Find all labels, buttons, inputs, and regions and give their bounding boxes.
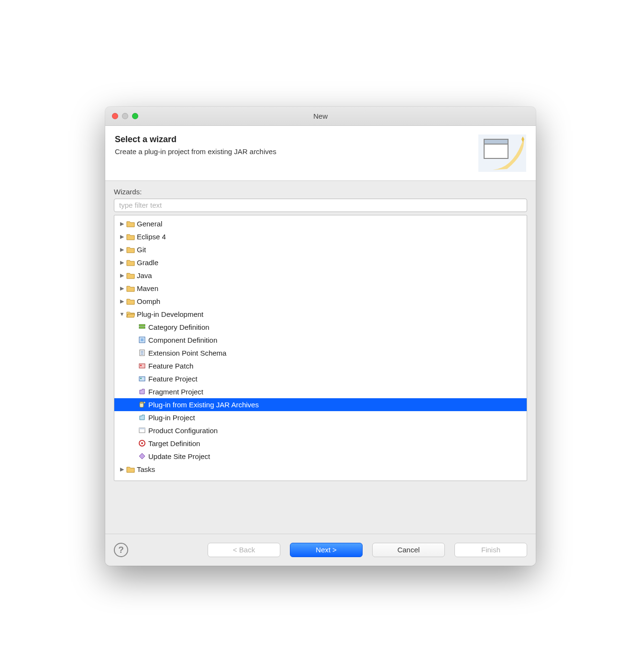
finish-button: Finish <box>454 543 527 557</box>
schema-icon <box>137 348 147 357</box>
wizard-title: Select a wizard <box>115 134 276 145</box>
feature-icon <box>137 374 147 383</box>
filter-label: Wizards: <box>114 188 527 196</box>
svg-rect-5 <box>139 327 145 328</box>
wizard-header: Select a wizard Create a plug-in project… <box>105 126 536 181</box>
folder-icon <box>126 297 135 305</box>
svg-rect-9 <box>139 364 145 368</box>
svg-marker-15 <box>144 402 145 403</box>
expand-toggle-icon[interactable]: ▶ <box>118 246 126 253</box>
tree-item-extension-point-schema[interactable]: Extension Point Schema <box>114 347 527 359</box>
tree-item-plugin-project[interactable]: Plug-in Project <box>114 411 527 424</box>
folder-icon <box>126 271 135 280</box>
svg-point-14 <box>140 402 144 403</box>
tree-item-target-definition[interactable]: Target Definition <box>114 437 527 450</box>
tree-item-feature-patch[interactable]: Feature Patch <box>114 359 527 372</box>
tree-item-java[interactable]: ▶ Java <box>114 269 527 282</box>
tree-item-git[interactable]: ▶ Git <box>114 243 527 256</box>
expand-toggle-icon[interactable]: ▶ <box>118 466 126 472</box>
help-button[interactable]: ? <box>114 543 128 557</box>
tree-item-eclipse4[interactable]: ▶ Eclipse 4 <box>114 230 527 243</box>
titlebar: New <box>105 107 536 126</box>
expand-toggle-icon[interactable]: ▶ <box>118 298 126 304</box>
feature-patch-icon <box>137 361 147 370</box>
folder-icon <box>126 219 135 228</box>
tree-item-fragment-project[interactable]: Fragment Project <box>114 385 527 398</box>
tree-item-update-site-project[interactable]: Update Site Project <box>114 450 527 463</box>
tree-item-oomph[interactable]: ▶ Oomph <box>114 295 527 308</box>
tree-item-component-definition[interactable]: Component Definition <box>114 334 527 347</box>
svg-rect-10 <box>140 365 142 366</box>
tree-item-category-definition[interactable]: Category Definition <box>114 321 527 334</box>
tree-item-plugin-development[interactable]: ▼ Plug-in Development <box>114 308 527 321</box>
target-icon <box>137 439 147 448</box>
svg-point-19 <box>141 442 143 444</box>
tree-item-general[interactable]: ▶ General <box>114 217 527 230</box>
expand-toggle-icon[interactable]: ▶ <box>118 259 126 266</box>
folder-icon <box>126 284 135 292</box>
folder-icon <box>126 232 135 241</box>
expand-toggle-icon[interactable]: ▶ <box>118 285 126 291</box>
expand-toggle-icon[interactable]: ▶ <box>118 234 126 240</box>
tree-item-plugin-from-jar[interactable]: Plug-in from Existing JAR Archives <box>114 398 527 411</box>
svg-rect-17 <box>139 428 145 429</box>
svg-marker-20 <box>139 453 145 459</box>
filter-input[interactable] <box>114 199 527 212</box>
product-icon <box>137 426 147 435</box>
wizard-description: Create a plug-in project from existing J… <box>115 147 276 156</box>
back-button: < Back <box>208 543 280 557</box>
window-title: New <box>105 112 536 120</box>
wizard-banner-icon <box>478 134 526 172</box>
tree-item-feature-project[interactable]: Feature Project <box>114 372 527 385</box>
folder-icon <box>126 245 135 254</box>
next-button[interactable]: Next > <box>290 543 363 557</box>
folder-icon <box>126 258 135 267</box>
folder-icon <box>126 465 135 473</box>
category-icon <box>137 323 147 331</box>
svg-rect-12 <box>140 378 142 379</box>
content-area: Wizards: ▶ General ▶ Eclipse 4 ▶ Git ▶ <box>105 181 536 534</box>
folder-open-icon <box>126 310 135 318</box>
expand-toggle-icon[interactable]: ▶ <box>118 272 126 279</box>
tree-item-maven[interactable]: ▶ Maven <box>114 282 527 295</box>
tree-item-tasks[interactable]: ▶ Tasks <box>114 463 527 476</box>
jar-plugin-icon <box>137 400 147 409</box>
button-bar: ? < Back Next > Cancel Finish <box>105 534 536 566</box>
wizard-tree[interactable]: ▶ General ▶ Eclipse 4 ▶ Git ▶ Gradle ▶ <box>114 215 527 481</box>
update-site-icon <box>137 452 147 460</box>
collapse-toggle-icon[interactable]: ▼ <box>118 311 126 317</box>
svg-rect-2 <box>484 139 508 144</box>
tree-item-product-configuration[interactable]: Product Configuration <box>114 424 527 437</box>
new-wizard-dialog: New Select a wizard Create a plug-in pro… <box>105 107 536 566</box>
fragment-icon <box>137 387 147 396</box>
expand-toggle-icon[interactable]: ▶ <box>118 221 126 227</box>
svg-rect-11 <box>139 377 145 381</box>
tree-item-gradle[interactable]: ▶ Gradle <box>114 256 527 269</box>
plugin-project-icon <box>137 413 147 422</box>
component-icon <box>137 336 147 344</box>
cancel-button[interactable]: Cancel <box>372 543 445 557</box>
svg-rect-7 <box>141 338 144 341</box>
svg-rect-4 <box>139 325 145 326</box>
